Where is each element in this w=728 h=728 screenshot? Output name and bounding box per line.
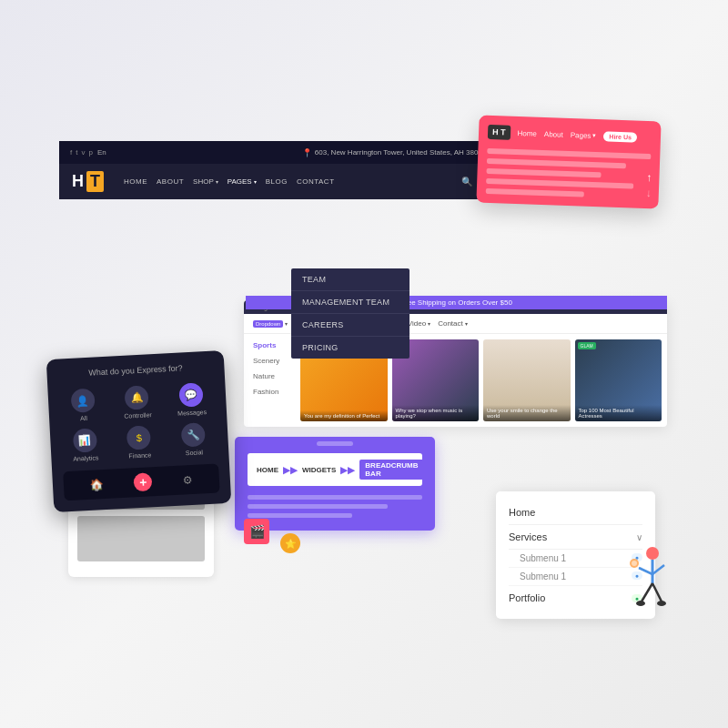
svg-point-0 xyxy=(646,547,659,560)
red-card-logo: H T xyxy=(488,125,511,140)
mobile-bottom-bar: 🏠 + ⚙ xyxy=(63,463,219,500)
breadcrumb-line-3 xyxy=(248,513,352,518)
red-card-nav: Home About Pages ▾ Hire Us xyxy=(517,128,637,143)
red-card-header: H T Home About Pages ▾ Hire Us xyxy=(488,125,652,145)
language-selector[interactable]: En xyxy=(97,148,106,157)
mobile-item-all[interactable]: 👤 All xyxy=(59,388,107,423)
twitter-icon[interactable]: t xyxy=(76,148,77,157)
submenu-2-label: Submenu 1 xyxy=(520,571,566,581)
svg-point-9 xyxy=(632,561,637,566)
breadcrumb-active: BREADCRUMB BAR xyxy=(359,460,423,480)
mobile-item-analytics[interactable]: 📊 Analytics xyxy=(61,428,109,463)
breadcrumb-lines xyxy=(248,495,422,518)
finance-label: Finance xyxy=(128,451,151,459)
right-nav-services[interactable]: Services ∨ xyxy=(509,525,642,550)
dropdown-chevron: ▾ xyxy=(285,320,288,327)
right-nav-home[interactable]: Home xyxy=(509,500,642,525)
red-nav-pages[interactable]: Pages ▾ xyxy=(571,131,597,140)
logo[interactable]: H T xyxy=(72,171,104,192)
social-icons: f t v p xyxy=(70,148,93,157)
address-text: 603, New Harrington Tower, United States… xyxy=(315,148,486,157)
video-chevron: ▾ xyxy=(428,320,430,327)
breadcrumb-bar: HOME ▶▶ WIDGETS ▶▶ BREADCRUMB BAR xyxy=(248,453,422,486)
mobile-question: What do you Express for? xyxy=(57,362,213,379)
contact-chevron: ▾ xyxy=(465,320,468,327)
gallery-img-3[interactable]: Use your smile to change the world xyxy=(483,339,571,421)
nav-home[interactable]: HOME xyxy=(124,177,147,186)
gallery-caption-1: You are my definition of Perfect xyxy=(300,410,388,421)
dropdown-management-team[interactable]: MANAGEMENT TEAM xyxy=(291,291,410,314)
gallery-img-4[interactable]: GLAM Top 100 Most Beautiful Actresses xyxy=(575,339,662,421)
svg-point-7 xyxy=(657,601,666,606)
mobile-item-controller[interactable]: 🔔 Controller xyxy=(113,385,161,420)
nav-shop[interactable]: SHOP ▾ xyxy=(193,177,218,186)
nav-contact[interactable]: CONTACT xyxy=(297,177,335,186)
deco-icon-1: 🎬 xyxy=(244,519,269,544)
deco-bar xyxy=(317,441,353,446)
red-nav-home[interactable]: Home xyxy=(517,129,537,138)
services-chevron-icon: ∨ xyxy=(636,532,642,542)
search-icon[interactable]: 🔍 xyxy=(461,177,472,187)
gallery-caption-4: Top 100 Most Beautiful Actresses xyxy=(575,405,662,421)
red-card-arrows: ↑ ↓ xyxy=(646,171,652,199)
mobile-item-finance[interactable]: $ Finance xyxy=(115,425,163,460)
all-label: All xyxy=(80,415,87,421)
red-line-5 xyxy=(486,188,584,197)
red-nav-about[interactable]: About xyxy=(544,130,563,139)
facebook-icon[interactable]: f xyxy=(70,148,72,157)
right-nav-portfolio[interactable]: Portfolio ● xyxy=(509,586,642,610)
nav-about[interactable]: ABOUT xyxy=(157,177,184,186)
mobile-item-social[interactable]: 🔧 Social xyxy=(169,422,217,458)
breadcrumb-line-1 xyxy=(248,495,422,500)
add-button[interactable]: + xyxy=(134,472,153,491)
category-fashion[interactable]: Fashion xyxy=(249,386,295,398)
dropdown-pricing[interactable]: PRICING xyxy=(291,337,410,359)
analytics-icon: 📊 xyxy=(73,428,97,452)
breadcrumb-widgets[interactable]: WIDGETS xyxy=(302,466,336,474)
social-label: Social xyxy=(186,449,203,456)
home-bottom-icon[interactable]: 🏠 xyxy=(89,478,104,491)
mobile-item-messages[interactable]: 💬 Messages xyxy=(167,382,216,418)
right-nav-submenu-2[interactable]: Submenu 1 ● xyxy=(509,568,642,586)
right-nav-home-label: Home xyxy=(509,507,535,518)
arrow-up-icon: ↑ xyxy=(646,171,652,184)
breadcrumb-sep-2: ▶▶ xyxy=(340,465,355,475)
right-nav-portfolio-label: Portfolio xyxy=(509,592,545,603)
settings-bottom-icon[interactable]: ⚙ xyxy=(183,473,194,487)
gallery-caption-3: Use your smile to change the world xyxy=(483,405,571,421)
vimeo-icon[interactable]: v xyxy=(81,148,85,157)
top-bar-left: f t v p En xyxy=(70,148,106,157)
gallery-nav-video[interactable]: Video ▾ xyxy=(408,319,430,328)
breadcrumb-sep-1: ▶▶ xyxy=(283,465,298,475)
gallery-sidebar: Sports Scenery Nature Fashion xyxy=(249,339,295,421)
address: 📍 603, New Harrington Tower, United Stat… xyxy=(302,148,486,157)
svg-line-5 xyxy=(652,583,662,602)
red-line-2 xyxy=(487,158,626,168)
mobile-card: What do you Express for? 👤 All 🔔 Control… xyxy=(46,350,232,512)
messages-label: Messages xyxy=(177,409,207,417)
svg-point-6 xyxy=(636,601,645,606)
red-line-4 xyxy=(486,178,633,189)
deco-figure xyxy=(625,542,666,619)
category-sports[interactable]: Sports xyxy=(249,339,295,351)
gallery-nav-contact[interactable]: Contact ▾ xyxy=(438,319,468,328)
svg-line-2 xyxy=(639,568,652,574)
red-line-3 xyxy=(486,168,601,177)
gallery-nav-dropdown[interactable]: Dropdown ▾ xyxy=(253,320,288,328)
logo-t: T xyxy=(86,171,104,192)
pinterest-icon[interactable]: p xyxy=(88,148,92,157)
nav-blog[interactable]: BLOG xyxy=(266,177,288,186)
red-hire-button[interactable]: Hire Us xyxy=(603,131,637,142)
right-nav-submenu-1[interactable]: Submenu 1 ● xyxy=(509,550,642,568)
breadcrumb-line-2 xyxy=(248,504,388,509)
nav-pages[interactable]: PAGES ▾ xyxy=(228,177,257,186)
dropdown-team[interactable]: TEAM xyxy=(291,268,410,291)
all-icon: 👤 xyxy=(70,389,95,413)
category-scenery[interactable]: Scenery xyxy=(249,355,295,367)
right-nav-services-label: Services xyxy=(509,531,547,542)
dropdown-badge: Dropdown xyxy=(253,320,283,328)
breadcrumb-home[interactable]: HOME xyxy=(257,466,278,474)
category-nature[interactable]: Nature xyxy=(249,370,295,382)
breadcrumb-section: HOME ▶▶ WIDGETS ▶▶ BREADCRUMB BAR 🎬 ⭐ xyxy=(235,437,435,531)
dropdown-careers[interactable]: CAREERS xyxy=(291,314,410,337)
